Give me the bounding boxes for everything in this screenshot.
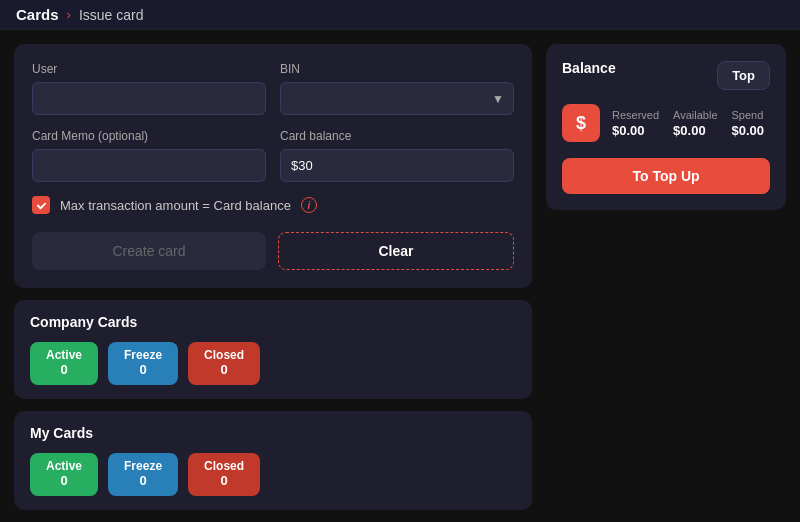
breadcrumb-chevron: › xyxy=(67,7,71,22)
info-icon[interactable]: i xyxy=(301,197,317,213)
user-field-group: User xyxy=(32,62,266,115)
company-cards-panel: Company Cards Active 0 Freeze 0 Closed 0 xyxy=(14,300,532,399)
company-closed-label: Closed xyxy=(204,348,244,362)
issue-card-form: User BIN ▼ Card Memo (optional) xyxy=(14,44,532,288)
my-active-count: 0 xyxy=(60,473,67,488)
user-label: User xyxy=(32,62,266,76)
my-active-label: Active xyxy=(46,459,82,473)
top-badge: Top xyxy=(717,61,770,90)
right-column: Balance Top $ Reserved $0.00 Available $… xyxy=(546,44,786,503)
balance-icon: $ xyxy=(562,104,600,142)
bin-field-group: BIN ▼ xyxy=(280,62,514,115)
company-active-button[interactable]: Active 0 xyxy=(30,342,98,385)
bin-label: BIN xyxy=(280,62,514,76)
spend-col: Spend $0.00 xyxy=(732,109,765,138)
bin-select[interactable] xyxy=(280,82,514,115)
my-freeze-button[interactable]: Freeze 0 xyxy=(108,453,178,496)
spend-value: $0.00 xyxy=(732,123,765,138)
button-row: Create card Clear xyxy=(32,232,514,270)
company-closed-button[interactable]: Closed 0 xyxy=(188,342,260,385)
form-row-memo-balance: Card Memo (optional) Card balance xyxy=(32,129,514,182)
company-freeze-button[interactable]: Freeze 0 xyxy=(108,342,178,385)
balance-icon-symbol: $ xyxy=(576,113,586,134)
my-cards-title: My Cards xyxy=(30,425,516,441)
available-col: Available $0.00 xyxy=(673,109,717,138)
checkbox-row: Max transaction amount = Card balance i xyxy=(32,196,514,214)
available-value: $0.00 xyxy=(673,123,717,138)
balance-panel: Balance Top $ Reserved $0.00 Available $… xyxy=(546,44,786,210)
my-active-button[interactable]: Active 0 xyxy=(30,453,98,496)
left-column: User BIN ▼ Card Memo (optional) xyxy=(14,44,532,503)
clear-button[interactable]: Clear xyxy=(278,232,514,270)
reserved-value: $0.00 xyxy=(612,123,659,138)
balance-input[interactable] xyxy=(280,149,514,182)
topup-button[interactable]: To Top Up xyxy=(562,158,770,194)
max-transaction-checkbox[interactable] xyxy=(32,196,50,214)
company-freeze-label: Freeze xyxy=(124,348,162,362)
bin-select-wrapper: ▼ xyxy=(280,82,514,115)
memo-label: Card Memo (optional) xyxy=(32,129,266,143)
company-cards-status-buttons: Active 0 Freeze 0 Closed 0 xyxy=(30,342,516,385)
my-closed-count: 0 xyxy=(220,473,227,488)
create-card-button[interactable]: Create card xyxy=(32,232,266,270)
balance-label: Card balance xyxy=(280,129,514,143)
header-sub-label: Issue card xyxy=(79,7,144,23)
my-closed-button[interactable]: Closed 0 xyxy=(188,453,260,496)
memo-input[interactable] xyxy=(32,149,266,182)
spend-label: Spend xyxy=(732,109,765,121)
company-cards-title: Company Cards xyxy=(30,314,516,330)
company-closed-count: 0 xyxy=(220,362,227,377)
header-cards-label[interactable]: Cards xyxy=(16,6,59,23)
balance-info: $ Reserved $0.00 Available $0.00 Spend $… xyxy=(562,104,770,142)
my-freeze-label: Freeze xyxy=(124,459,162,473)
company-freeze-count: 0 xyxy=(139,362,146,377)
user-input[interactable] xyxy=(32,82,266,115)
reserved-label: Reserved xyxy=(612,109,659,121)
my-cards-panel: My Cards Active 0 Freeze 0 Closed 0 xyxy=(14,411,532,510)
available-label: Available xyxy=(673,109,717,121)
balance-title: Balance xyxy=(562,60,616,76)
memo-field-group: Card Memo (optional) xyxy=(32,129,266,182)
company-active-count: 0 xyxy=(60,362,67,377)
main-layout: User BIN ▼ Card Memo (optional) xyxy=(0,30,800,517)
header: Cards › Issue card xyxy=(0,0,800,30)
my-closed-label: Closed xyxy=(204,459,244,473)
balance-columns: Reserved $0.00 Available $0.00 Spend $0.… xyxy=(612,109,764,138)
form-row-user-bin: User BIN ▼ xyxy=(32,62,514,115)
my-cards-status-buttons: Active 0 Freeze 0 Closed 0 xyxy=(30,453,516,496)
company-active-label: Active xyxy=(46,348,82,362)
reserved-col: Reserved $0.00 xyxy=(612,109,659,138)
checkbox-label: Max transaction amount = Card balance xyxy=(60,198,291,213)
my-freeze-count: 0 xyxy=(139,473,146,488)
balance-field-group: Card balance xyxy=(280,129,514,182)
